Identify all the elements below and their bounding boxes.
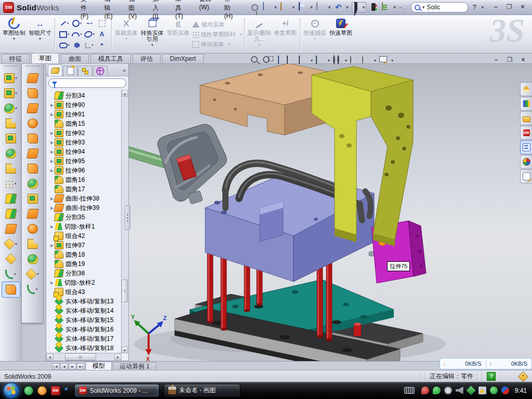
next-tab-icon[interactable]: ►: [69, 363, 76, 370]
close-icon[interactable]: ×: [518, 4, 527, 11]
instant3d-button[interactable]: [2, 282, 20, 298]
tab-features[interactable]: 特征: [2, 54, 30, 63]
pattern-button[interactable]: ▾: [2, 176, 20, 191]
gear-icon[interactable]: [444, 387, 452, 394]
minimize-icon[interactable]: –: [491, 4, 500, 11]
draft-button[interactable]: [2, 146, 20, 161]
tree-item[interactable]: 圆角15: [49, 119, 122, 128]
antivirus-red-icon[interactable]: [421, 387, 429, 394]
open-dropdown-icon[interactable]: ▾: [292, 5, 295, 10]
point-tool[interactable]: *: [96, 40, 108, 51]
tree-item[interactable]: ▶拉伸91: [49, 110, 122, 119]
tree-item[interactable]: ▶拉伸97: [49, 241, 122, 250]
traffic-light-icon[interactable]: [371, 3, 376, 11]
ellipse-tool[interactable]: ▾: [83, 29, 96, 40]
combine-button[interactable]: [2, 206, 20, 221]
split-button[interactable]: [2, 191, 20, 206]
scale-button[interactable]: ▾: [24, 267, 42, 282]
filter-input[interactable]: [48, 78, 126, 88]
tree-item[interactable]: ▶切除-放样1: [49, 222, 122, 231]
ruled-surface-button[interactable]: [24, 116, 42, 131]
polygon-tool[interactable]: [71, 40, 83, 51]
tabs-overflow-icon[interactable]: »: [123, 67, 126, 73]
doc-minimize-icon[interactable]: –: [491, 56, 501, 64]
knit-surface-button[interactable]: [24, 146, 42, 161]
zoom-area-icon[interactable]: [263, 56, 270, 63]
help-button[interactable]: ?: [471, 4, 478, 11]
toolbar-grip[interactable]: [26, 65, 39, 69]
zoom-fit-icon[interactable]: [251, 56, 258, 63]
tree-item[interactable]: ▶拉伸94: [49, 147, 122, 156]
line-tool[interactable]: ▾: [58, 18, 71, 29]
taskpane-home[interactable]: [520, 82, 532, 96]
move-copy-body-button[interactable]: ▾: [2, 236, 20, 251]
menu-tools[interactable]: 工具(T): [169, 0, 192, 22]
taskbar-button-paint[interactable]: 未命名 - 画图: [164, 384, 241, 397]
featuremanager-tab[interactable]: [48, 64, 62, 76]
tab-sketch[interactable]: 草图: [31, 53, 59, 63]
tree-item[interactable]: ▶拉伸92: [49, 128, 122, 138]
solidworks-quicklaunch-icon[interactable]: SW: [51, 386, 60, 395]
tree-item[interactable]: ▶拉伸93: [49, 138, 122, 147]
tab-surfaces[interactable]: 曲面: [61, 54, 89, 63]
fillet-tool[interactable]: ▾: [83, 40, 96, 51]
select-tool[interactable]: ▾: [352, 2, 367, 12]
ball-icon[interactable]: [37, 386, 47, 395]
rib-button[interactable]: [2, 161, 20, 176]
netball-icon[interactable]: [501, 387, 509, 394]
last-tab-icon[interactable]: ►|: [77, 363, 85, 370]
options-icon[interactable]: ⌁..: [399, 3, 408, 12]
tree-item[interactable]: ▶曲面-拉伸39: [49, 203, 122, 212]
hscrollbar-thumb[interactable]: |||: [65, 353, 96, 361]
fillet-button[interactable]: ▾: [2, 101, 20, 116]
volume-icon[interactable]: [456, 387, 463, 394]
motion-study-tab[interactable]: 运动算例 1: [113, 362, 156, 370]
slot-tool[interactable]: ▾: [58, 40, 71, 51]
prev-tab-icon[interactable]: ◄: [60, 363, 68, 370]
print-dropdown-icon[interactable]: ▾: [328, 5, 331, 10]
tree-item[interactable]: ▶拉伸90: [49, 100, 122, 110]
taskpane-design-library[interactable]: [520, 97, 532, 111]
tooling-split-button[interactable]: [24, 221, 42, 236]
extrude-cut-button[interactable]: ▾: [2, 86, 20, 101]
tab-evaluate[interactable]: 评估: [132, 54, 161, 63]
tab-mold-tools[interactable]: 模具工具: [90, 54, 131, 63]
planar-surface-button[interactable]: [24, 71, 42, 86]
tree-item[interactable]: 圆角16: [49, 175, 122, 184]
configurationmanager-tab[interactable]: [78, 65, 92, 76]
taskpane-view-palette[interactable]: [520, 140, 532, 154]
propertymanager-tab[interactable]: [63, 65, 77, 76]
taskpane-solidworks-resources[interactable]: SW: [520, 126, 532, 140]
rectangle-tool[interactable]: ▾: [58, 29, 71, 40]
text-tool[interactable]: A: [96, 29, 108, 40]
radiate-surface-button[interactable]: [24, 101, 42, 116]
tree-item[interactable]: ▶拉伸96: [49, 166, 122, 175]
tree-item[interactable]: ▶切除-放样2: [49, 278, 122, 287]
scrollbar-thumb[interactable]: ≡: [122, 280, 128, 302]
print-icon[interactable]: [316, 2, 317, 10]
taskpane-file-explorer[interactable]: [520, 111, 532, 125]
section-knife-icon[interactable]: [278, 56, 279, 64]
search-box[interactable]: ▾ Solic: [411, 2, 468, 12]
tree-item[interactable]: 分割36: [49, 269, 122, 278]
pin-icon[interactable]: [251, 4, 258, 11]
new-document-icon[interactable]: [263, 2, 264, 10]
mold-insert-button[interactable]: [2, 221, 20, 236]
shield-green-icon[interactable]: [433, 387, 441, 394]
health-green-icon[interactable]: [490, 387, 498, 394]
rapid-sketch-button[interactable]: 快速草图: [328, 16, 354, 53]
taskpane-custom-properties[interactable]: [520, 169, 532, 183]
new-dropdown-icon[interactable]: ▾: [274, 5, 277, 10]
dimxpertmanager-tab[interactable]: [93, 65, 108, 76]
scroll-up-icon[interactable]: ▲: [122, 90, 128, 97]
tree-item[interactable]: 圆角17: [49, 184, 122, 194]
tags-icon[interactable]: [518, 371, 528, 382]
start-button[interactable]: [3, 382, 20, 399]
arc-tool[interactable]: ▾: [71, 29, 83, 40]
save-icon[interactable]: [299, 2, 300, 10]
view-settings-icon[interactable]: [379, 56, 387, 62]
shell-button[interactable]: [2, 131, 20, 146]
tree-item[interactable]: ▶曲面-拉伸38: [49, 194, 122, 203]
parting-surface-button[interactable]: [24, 206, 42, 221]
tree-item[interactable]: 组合42: [49, 231, 122, 241]
